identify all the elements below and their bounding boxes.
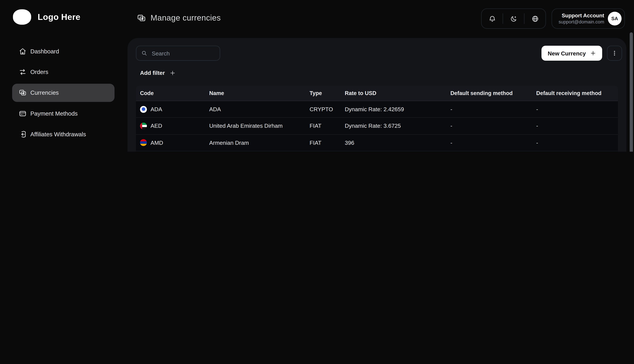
currency-icon	[140, 139, 147, 146]
sidebar: Logo Here DashboardOrdersCurrenciesPayme…	[0, 0, 128, 152]
add-filter-button[interactable]: Add filter	[140, 66, 176, 79]
language-button[interactable]	[524, 15, 545, 22]
notifications-button[interactable]	[482, 15, 503, 22]
cell-code: ✺ADA	[136, 106, 205, 113]
new-currency-label: New Currency	[548, 50, 586, 56]
sidebar-item-label: Dashboard	[30, 48, 59, 54]
cell-sending-method: -	[446, 139, 532, 146]
vertical-scrollbar[interactable]	[629, 32, 633, 152]
account-email: support@domain.com	[559, 19, 604, 25]
currency-icon	[140, 122, 147, 130]
cell-name: Armenian Dram	[205, 139, 306, 146]
cell-type: CRYPTO	[306, 106, 341, 112]
sidebar-item-dashboard[interactable]: Dashboard	[12, 42, 115, 60]
credit-card-icon	[19, 110, 27, 118]
sidebar-item-label: Currencies	[30, 90, 59, 96]
app-root: Logo Here DashboardOrdersCurrenciesPayme…	[0, 0, 634, 152]
cell-rate: 396	[341, 139, 446, 146]
sidebar-item-affiliates-withdrawals[interactable]: Affiliates Withdrawals	[12, 125, 115, 144]
more-options-button[interactable]	[607, 46, 622, 61]
table-body: ✺ADAADACRYPTODynamic Rate: 2.42659--AEDU…	[136, 101, 618, 152]
column-header: Rate to USD	[341, 90, 446, 96]
main-panel: Add filter New Currency CodeNameTypeRate…	[128, 38, 626, 152]
cell-type: FIAT	[306, 139, 341, 146]
cell-code: AED	[136, 122, 205, 130]
cell-name: ADA	[205, 106, 306, 112]
plus-icon	[590, 50, 596, 56]
cell-rate: Dynamic Rate: 2.42659	[341, 106, 446, 112]
cell-code: AMD	[136, 139, 205, 146]
page-header: Manage currencies	[137, 13, 221, 22]
box-arrow-left-icon	[19, 130, 27, 138]
add-filter-label: Add filter	[140, 70, 165, 76]
cell-receiving-method: -	[532, 123, 618, 129]
banknotes-icon	[137, 13, 146, 22]
plus-icon	[170, 70, 176, 76]
banknotes-icon	[19, 89, 27, 97]
search-icon	[141, 50, 147, 56]
cell-sending-method: -	[446, 123, 532, 129]
kebab-icon	[611, 50, 617, 56]
cell-rate: Dynamic Rate: 3.6725	[341, 123, 446, 129]
cell-type: FIAT	[306, 123, 341, 129]
avatar: SA	[608, 12, 622, 26]
search-box	[136, 46, 220, 61]
account-text: Support Account support@domain.com	[559, 12, 604, 25]
currencies-table: CodeNameTypeRate to USDDefault sending m…	[136, 86, 618, 152]
cell-sending-method: -	[446, 106, 532, 112]
moon-icon	[510, 15, 517, 22]
theme-button[interactable]	[503, 15, 524, 22]
account-name: Support Account	[559, 12, 604, 19]
header-icon-group	[481, 8, 546, 29]
cell-receiving-method: -	[532, 106, 618, 112]
page-title: Manage currencies	[151, 13, 221, 22]
column-header: Type	[306, 90, 341, 96]
globe-icon	[531, 15, 539, 22]
sidebar-item-payment-methods[interactable]: Payment Methods	[12, 104, 115, 123]
sidebar-item-currencies[interactable]: Currencies	[12, 84, 115, 102]
sidebar-nav: DashboardOrdersCurrenciesPayment Methods…	[12, 42, 115, 152]
brand-name: Logo Here	[38, 12, 81, 22]
sidebar-item-users[interactable]: Users	[12, 146, 115, 152]
column-header: Name	[205, 90, 306, 96]
bell-icon	[488, 15, 496, 22]
users-icon	[19, 151, 27, 152]
cell-name: United Arab Emirates Dirham	[205, 123, 306, 129]
table-row[interactable]: AMDArmenian DramFIAT396--	[136, 134, 618, 151]
column-header: Default receiving method	[532, 90, 618, 96]
house-icon	[19, 47, 27, 55]
table-header-row: CodeNameTypeRate to USDDefault sending m…	[136, 86, 618, 101]
table-row[interactable]: ✳AOAAngolan KwanzaFIATDynamic Rate: 917-…	[136, 151, 618, 152]
sidebar-item-label: Orders	[30, 69, 48, 75]
sidebar-item-label: Payment Methods	[30, 110, 78, 116]
currency-icon: ✺	[140, 106, 147, 113]
search-input[interactable]	[151, 50, 215, 57]
new-currency-button[interactable]: New Currency	[541, 46, 602, 61]
logo	[13, 9, 31, 24]
sidebar-item-orders[interactable]: Orders	[12, 63, 115, 81]
column-header: Code	[136, 90, 205, 96]
column-header: Default sending method	[446, 90, 532, 96]
sidebar-item-label: Affiliates Withdrawals	[30, 131, 86, 138]
table-row[interactable]: ✺ADAADACRYPTODynamic Rate: 2.42659--	[136, 101, 618, 118]
account-menu[interactable]: Support Account support@domain.com SA	[551, 8, 625, 29]
cell-receiving-method: -	[532, 139, 618, 146]
table-row[interactable]: AEDUnited Arab Emirates DirhamFIATDynami…	[136, 118, 618, 134]
swap-icon	[19, 68, 27, 76]
